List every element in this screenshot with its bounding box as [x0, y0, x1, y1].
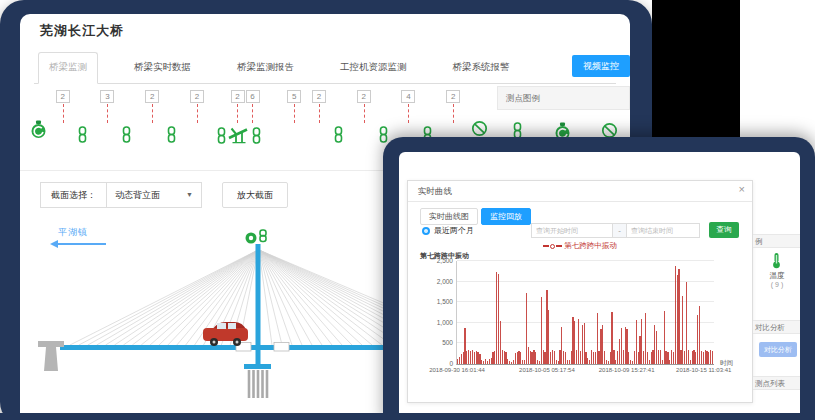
tab-1[interactable]: 桥梁实时数据 — [124, 53, 201, 83]
realtime-curve-dialog: 实时曲线 × 实时曲线图监控回放 最近两个月 - 查询 第七跨跨中振动 第七跨跨… — [407, 180, 753, 403]
y-tick-label: 500 — [442, 339, 457, 346]
sensor-count-badge: 6 — [246, 90, 260, 103]
dashed-leader-line — [63, 104, 64, 123]
sensor-count-badge: 2 — [446, 90, 460, 103]
sensor-count-badge: 2 — [190, 90, 204, 103]
main-tab-bar: 桥梁监测桥梁实时数据桥梁监测报告工控机资源监测桥梁系统报警 — [34, 52, 616, 84]
dialog-header: 实时曲线 × — [408, 181, 752, 202]
cluster-icons[interactable] — [215, 126, 263, 148]
sensor-count-badge: 2 — [357, 90, 371, 103]
sensor-group: 2 — [312, 90, 348, 150]
sensor-group: 2 — [357, 90, 393, 150]
strip-compare-header: 对比分析 — [753, 320, 800, 334]
dashed-leader-line — [152, 104, 153, 123]
chevron-down-icon: ▼ — [186, 183, 193, 207]
sensor-group: 2 — [145, 90, 181, 150]
dialog-tab-0[interactable]: 实时曲线图 — [420, 208, 478, 225]
temperature-label: 温度 — [765, 271, 789, 281]
gauge-icon[interactable] — [30, 120, 47, 143]
chart-legend[interactable]: 第七跨跨中振动 — [408, 241, 752, 251]
section-select-label: 截面选择： — [40, 182, 106, 208]
tab-2[interactable]: 桥梁监测报告 — [227, 53, 304, 83]
page-title: 芜湖长江大桥 — [40, 22, 124, 40]
section-controls: 截面选择： 动态背立面 ▼ 放大截面 — [40, 182, 288, 208]
pier-piles — [249, 370, 267, 398]
x-tick-label: 2018-09-30 16:01:44 — [429, 367, 485, 373]
range-separator: - — [613, 223, 626, 238]
link-icon[interactable] — [332, 126, 345, 147]
dialog-tab-1[interactable]: 监控回放 — [481, 208, 531, 225]
close-icon[interactable]: × — [739, 183, 745, 195]
link-icon[interactable] — [215, 127, 228, 148]
popup-window-frame: 实时曲线 × 实时曲线图监控回放 最近两个月 - 查询 第七跨跨中振动 第七跨跨… — [383, 137, 815, 420]
tab-0[interactable]: 桥梁监测 — [38, 52, 98, 84]
link-icon[interactable] — [250, 127, 263, 148]
radio-icon — [422, 227, 430, 235]
tab-3[interactable]: 工控机资源监测 — [330, 53, 417, 83]
window-bottom-frame — [0, 413, 815, 420]
popup-window-content: 实时曲线 × 实时曲线图监控回放 最近两个月 - 查询 第七跨跨中振动 第七跨跨… — [399, 152, 800, 420]
dashed-leader-line — [107, 104, 108, 123]
recent-range-radio[interactable]: 最近两个月 — [422, 225, 474, 236]
link-icon[interactable] — [120, 126, 133, 147]
radio-label: 最近两个月 — [434, 225, 474, 236]
sensor-count-badge: 4 — [401, 90, 415, 103]
sensor-count-badge: 2 — [231, 90, 245, 103]
legend-marker-icon — [556, 245, 562, 247]
pier-cap — [244, 364, 271, 369]
y-tick-label: 1,000 — [437, 319, 457, 326]
x-axis-name: 时间 — [720, 359, 733, 368]
query-start-time-input[interactable] — [531, 223, 613, 238]
y-tick-label: 2,000 — [437, 278, 457, 285]
dashed-leader-line — [408, 104, 409, 123]
legend-marker-icon — [550, 244, 555, 249]
x-tick-label: 2018-10-05 05:17:54 — [519, 367, 575, 373]
dialog-title: 实时曲线 — [418, 181, 452, 202]
dashed-leader-line — [252, 104, 253, 123]
sensor-cluster: 26 — [215, 90, 279, 150]
legend-marker-icon — [543, 245, 549, 247]
sensor-count-badge: 2 — [312, 90, 326, 103]
left-abutment — [38, 341, 64, 371]
link-icon[interactable] — [165, 126, 178, 147]
y-tick-label: 1,500 — [437, 298, 457, 305]
sensor-count-badge: 2 — [145, 90, 159, 103]
y-tick-label: 2,500 — [437, 257, 457, 264]
section-select[interactable]: 动态背立面 ▼ — [106, 182, 202, 208]
compare-analysis-button[interactable]: 对比分析 — [759, 342, 797, 357]
strip-list-header: 测点列表 — [753, 376, 800, 390]
desktop-black-area — [652, 0, 740, 139]
video-monitor-button[interactable]: 视频监控 — [572, 55, 630, 77]
strip-legend-header: 例 — [753, 234, 800, 248]
dashed-leader-line — [319, 104, 320, 123]
sensor-count-badge: 2 — [56, 90, 70, 103]
y-tick-label: 0 — [449, 360, 457, 367]
sensor-count-badge: 3 — [100, 90, 114, 103]
sensor-count-badge: 5 — [287, 90, 301, 103]
thermometer-icon[interactable] — [770, 252, 783, 273]
bearing-icon[interactable] — [228, 126, 250, 148]
chart-bar — [712, 351, 713, 364]
dashed-leader-line — [364, 104, 365, 123]
dialog-tab-group: 实时曲线图监控回放 — [420, 208, 531, 225]
gridline — [457, 260, 714, 261]
section-select-value: 动态背立面 — [115, 183, 160, 207]
sensor-group: 3 — [100, 90, 136, 150]
dashed-leader-line — [197, 104, 198, 123]
sensor-group: 5 — [287, 90, 303, 150]
sensor-group: 2 — [56, 90, 92, 150]
query-end-time-input[interactable] — [626, 223, 700, 238]
chart-plot-area: 05001,0001,5002,0002,5002018-09-30 16:01… — [456, 261, 714, 365]
date-range-inputs: - 查询 — [531, 222, 739, 238]
legend-series-name: 第七跨跨中振动 — [564, 241, 617, 250]
bridge-tower — [256, 244, 261, 365]
query-button[interactable]: 查询 — [709, 222, 739, 238]
zoom-section-button[interactable]: 放大截面 — [222, 182, 288, 208]
x-tick-label: 2018-10-09 15:27:41 — [599, 367, 655, 373]
dashed-leader-line — [294, 104, 295, 123]
link-icon[interactable] — [76, 126, 89, 147]
legend-panel-title: 测点图例 — [497, 86, 630, 110]
deck-joint-right — [274, 343, 289, 352]
tower-top-sensor-icons[interactable] — [246, 230, 267, 244]
tab-4[interactable]: 桥梁系统报警 — [443, 53, 520, 83]
